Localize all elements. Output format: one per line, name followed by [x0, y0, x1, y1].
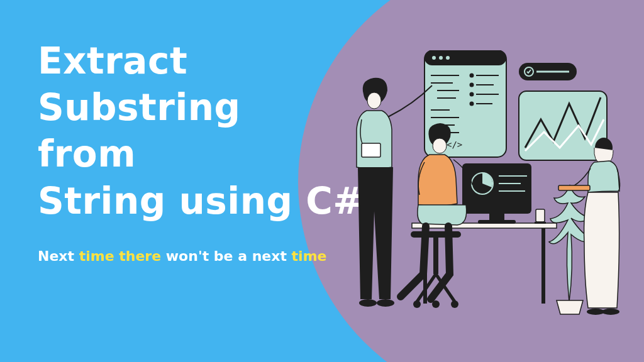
svg-rect-47	[411, 231, 461, 238]
page-title: Extract Substring from String using C#	[38, 38, 364, 224]
title-line-1: Extract	[38, 38, 364, 84]
title-line-3: from	[38, 131, 364, 177]
svg-rect-36	[536, 209, 545, 222]
svg-rect-37	[535, 222, 546, 224]
line-chart-icon	[519, 91, 607, 160]
subtitle-word: won't be a next	[166, 248, 292, 264]
svg-rect-31	[478, 220, 516, 224]
title-line-2: Substring	[38, 84, 364, 131]
cup-icon	[535, 209, 546, 224]
svg-rect-48	[433, 238, 438, 274]
svg-rect-43	[362, 143, 380, 157]
svg-point-40	[587, 309, 604, 315]
svg-text:</>: </>	[447, 140, 462, 150]
monitor-icon	[462, 163, 531, 224]
svg-point-50	[432, 300, 440, 308]
svg-point-51	[451, 300, 458, 308]
svg-point-15	[470, 84, 474, 87]
svg-point-2	[432, 56, 436, 60]
subtitle-word: time	[292, 248, 327, 264]
svg-point-4	[446, 56, 450, 60]
subtitle-word: Next	[38, 248, 79, 264]
svg-rect-39	[558, 185, 590, 190]
svg-point-3	[439, 56, 443, 60]
svg-rect-30	[489, 214, 504, 220]
svg-point-19	[470, 102, 474, 106]
svg-point-17	[470, 93, 474, 96]
svg-point-13	[470, 74, 474, 77]
status-pill-icon	[519, 63, 577, 80]
svg-rect-25	[519, 91, 607, 160]
svg-point-42	[367, 92, 381, 109]
illustration-scene: </>	[343, 50, 632, 321]
subtitle: Next time there won't be a next time	[38, 248, 327, 264]
svg-rect-1	[425, 50, 506, 65]
svg-point-44	[359, 299, 377, 307]
svg-point-46	[433, 138, 447, 153]
subtitle-word: time	[79, 248, 119, 264]
subtitle-word: there	[119, 248, 166, 264]
svg-point-49	[413, 300, 421, 308]
svg-rect-28	[541, 228, 545, 304]
svg-point-45	[377, 299, 394, 307]
title-line-4: String using C#	[38, 178, 364, 224]
svg-point-41	[602, 309, 619, 315]
